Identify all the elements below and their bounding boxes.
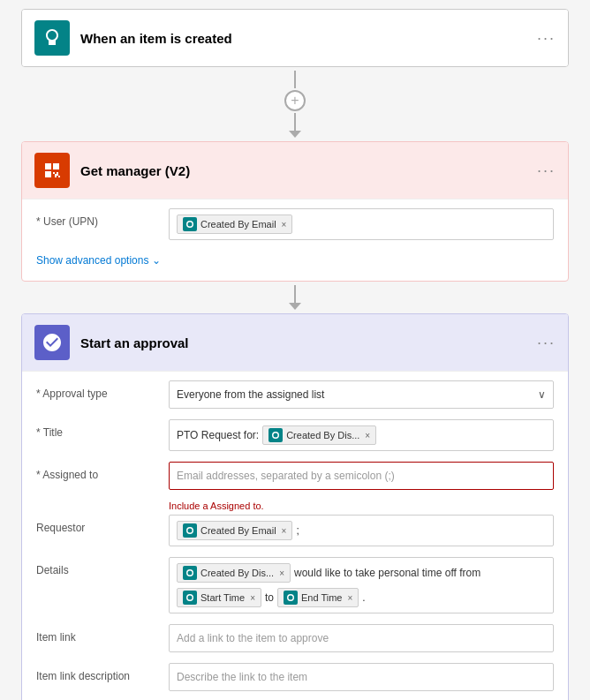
item-link-desc-placeholder: Describe the link to the item bbox=[177, 671, 307, 683]
requestor-input[interactable]: Created By Email × ; bbox=[169, 515, 554, 546]
item-link-desc-row: Item link description Describe the link … bbox=[36, 663, 554, 691]
token-sharepoint-icon-title bbox=[269, 428, 283, 442]
chevron-down-icon-approval-type: ∨ bbox=[538, 388, 546, 401]
details-row: Details Created By Dis... × would like t… bbox=[36, 557, 554, 613]
assigned-to-error: Include a Assigned to. bbox=[169, 501, 554, 511]
created-by-email-token-1[interactable]: Created By Email × bbox=[177, 215, 292, 234]
user-upn-input[interactable]: Created By Email × bbox=[169, 208, 554, 240]
office-icon bbox=[34, 153, 70, 188]
get-manager-card: Get manager (V2) ··· * User (UPN) Create… bbox=[21, 141, 569, 282]
assigned-to-placeholder: Email addresses, separated by a semicolo… bbox=[177, 470, 395, 482]
approval-icon bbox=[34, 325, 70, 360]
connector-2 bbox=[289, 285, 301, 310]
connector-line-1 bbox=[294, 71, 296, 88]
requestor-suffix: ; bbox=[296, 523, 299, 538]
details-token-1-label: Created By Dis... bbox=[200, 568, 274, 578]
approval-type-select[interactable]: Everyone from the assigned list ∨ bbox=[169, 380, 554, 409]
token-close-title[interactable]: × bbox=[365, 431, 370, 440]
details-token-2-label: Start Time bbox=[200, 592, 245, 603]
assigned-to-input[interactable]: Email addresses, separated by a semicolo… bbox=[169, 462, 554, 490]
requestor-token-close[interactable]: × bbox=[282, 526, 287, 536]
details-label: Details bbox=[36, 557, 160, 576]
details-input[interactable]: Created By Dis... × would like to take p… bbox=[169, 557, 554, 613]
show-advanced-manager-link[interactable]: Show advanced options ⌄ bbox=[36, 254, 161, 267]
approval-title: Start an approval bbox=[80, 335, 526, 350]
details-middle-text: would like to take personal time off fro… bbox=[294, 565, 480, 581]
approval-title-row: * Title PTO Request for: Created By Dis.… bbox=[36, 419, 554, 451]
user-upn-row: * User (UPN) Created By Email × bbox=[36, 208, 554, 240]
show-advanced-manager[interactable]: Show advanced options ⌄ bbox=[36, 251, 554, 267]
created-by-dis-token-title[interactable]: Created By Dis... × bbox=[262, 425, 376, 445]
details-token-2-close[interactable]: × bbox=[250, 593, 255, 603]
connector-arrow-1 bbox=[289, 131, 301, 138]
approval-card: Start an approval ··· * Approval type Ev… bbox=[21, 313, 569, 700]
token-label-1: Created By Email bbox=[200, 219, 276, 230]
trigger-menu-button[interactable]: ··· bbox=[537, 29, 556, 48]
details-to-text: to bbox=[265, 590, 274, 606]
title-prefix-text: PTO Request for: bbox=[177, 427, 259, 443]
details-token-1-close[interactable]: × bbox=[279, 568, 284, 578]
connector-line-2 bbox=[294, 285, 296, 303]
item-link-row: Item link Add a link to the item to appr… bbox=[36, 624, 554, 652]
trigger-title: When an item is created bbox=[80, 31, 526, 46]
details-token-3[interactable]: End Time × bbox=[277, 588, 359, 607]
requestor-label: Requestor bbox=[36, 515, 160, 534]
token-sharepoint-icon-1 bbox=[183, 217, 197, 231]
get-manager-menu-button[interactable]: ··· bbox=[537, 162, 556, 180]
token-sharepoint-icon-details-1 bbox=[183, 566, 197, 580]
requestor-token[interactable]: Created By Email × bbox=[177, 521, 292, 540]
approval-header: Start an approval ··· bbox=[22, 314, 568, 371]
item-link-placeholder: Add a link to the item to approve bbox=[177, 632, 329, 644]
user-upn-label: * User (UPN) bbox=[36, 208, 160, 228]
get-manager-header: Get manager (V2) ··· bbox=[22, 142, 568, 199]
token-sharepoint-icon-details-2 bbox=[183, 591, 197, 605]
assigned-to-row: * Assigned to Email addresses, separated… bbox=[36, 462, 554, 490]
connector-line-1b bbox=[294, 113, 296, 131]
trigger-card: When an item is created ··· bbox=[21, 9, 569, 67]
details-token-2[interactable]: Start Time × bbox=[177, 588, 261, 607]
assigned-to-label: * Assigned to bbox=[36, 462, 160, 481]
token-sharepoint-icon-details-3 bbox=[284, 591, 298, 605]
token-sharepoint-icon-requestor bbox=[183, 523, 197, 538]
sharepoint-icon bbox=[34, 20, 70, 56]
details-token-3-close[interactable]: × bbox=[347, 593, 352, 603]
approval-title-label: * Title bbox=[36, 419, 160, 439]
approval-type-label: * Approval type bbox=[36, 380, 160, 400]
item-link-input[interactable]: Add a link to the item to approve bbox=[169, 624, 554, 652]
chevron-down-icon-manager: ⌄ bbox=[152, 254, 161, 267]
connector-1: + bbox=[284, 71, 306, 138]
approval-type-row: * Approval type Everyone from the assign… bbox=[36, 380, 554, 409]
add-step-button-1[interactable]: + bbox=[284, 90, 306, 111]
item-link-label: Item link bbox=[36, 624, 160, 644]
requestor-row: Requestor Created By Email × ; bbox=[36, 515, 554, 546]
connector-arrow-2 bbox=[289, 303, 301, 310]
approval-menu-button[interactable]: ··· bbox=[537, 334, 556, 352]
item-link-desc-input[interactable]: Describe the link to the item bbox=[169, 663, 554, 691]
details-end-text: . bbox=[362, 590, 365, 606]
details-token-3-label: End Time bbox=[301, 592, 342, 603]
trigger-header: When an item is created ··· bbox=[22, 10, 568, 66]
item-link-desc-label: Item link description bbox=[36, 663, 160, 682]
approval-body: * Approval type Everyone from the assign… bbox=[22, 371, 568, 700]
token-label-title: Created By Dis... bbox=[286, 430, 359, 440]
token-close-1[interactable]: × bbox=[282, 220, 287, 230]
details-token-1[interactable]: Created By Dis... × bbox=[177, 563, 291, 583]
get-manager-body: * User (UPN) Created By Email × Show adv… bbox=[22, 199, 568, 281]
approval-title-input[interactable]: PTO Request for: Created By Dis... × bbox=[169, 419, 554, 451]
get-manager-title: Get manager (V2) bbox=[80, 163, 526, 178]
requestor-token-label: Created By Email bbox=[200, 525, 276, 536]
